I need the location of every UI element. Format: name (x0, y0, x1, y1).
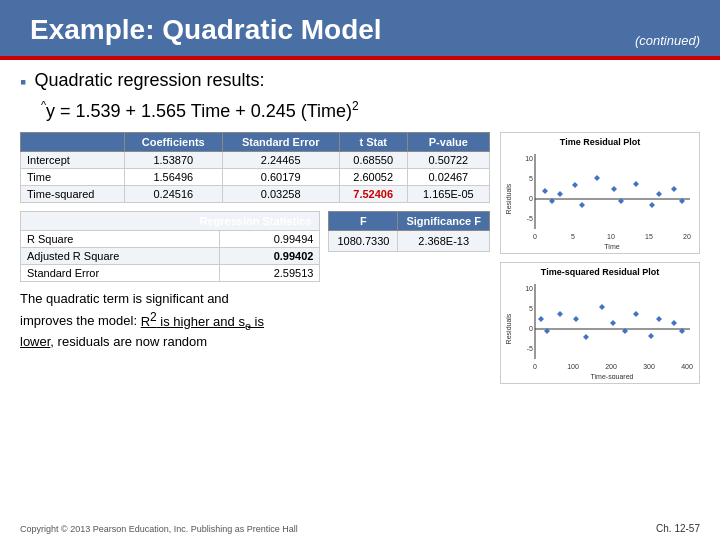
se-intercept: 2.24465 (222, 152, 339, 169)
chart1-point (633, 181, 639, 187)
svg-text:5: 5 (529, 175, 533, 182)
svg-text:Time: Time (604, 243, 619, 249)
coeff-intercept: 1.53870 (124, 152, 222, 169)
chart1-point (671, 186, 677, 192)
regression-table: Coefficients Standard Error t Stat P-val… (20, 132, 490, 203)
chart2-point (633, 311, 639, 317)
se-time: 0.60179 (222, 169, 339, 186)
row-label-intercept: Intercept (21, 152, 125, 169)
chart2-point (583, 334, 589, 340)
chart2-point (573, 316, 579, 322)
pval-timesq: 1.165E-05 (407, 186, 489, 203)
svg-text:5: 5 (529, 305, 533, 312)
svg-text:10: 10 (607, 233, 615, 240)
chart2-point (610, 320, 616, 326)
chart1-point (656, 191, 662, 197)
stats-table: Regression Statistics R Square 0.99494 A… (20, 211, 320, 282)
chart1-title: Time Residual Plot (505, 137, 695, 147)
stat-adjrsquare-val: 0.99402 (220, 248, 320, 265)
table-row: Time-squared 0.24516 0.03258 7.52406 1.1… (21, 186, 490, 203)
chart2-point (538, 316, 544, 322)
chapter-label: Ch. 12-57 (656, 523, 700, 534)
pval-time: 0.02467 (407, 169, 489, 186)
table-row: Adjusted R Square 0.99402 (21, 248, 320, 265)
chart1-svg: 10 5 0 -5 0 5 10 15 20 Residuals Time (505, 149, 693, 249)
svg-text:10: 10 (525, 285, 533, 292)
stat-se-val: 2.59513 (220, 265, 320, 282)
main-content: ▪ Quadratic regression results: ^ y = 1.… (0, 60, 720, 392)
stat-rsquare-label: R Square (21, 231, 220, 248)
chart1-point (572, 182, 578, 188)
table-row: Standard Error 2.59513 (21, 265, 320, 282)
svg-text:400: 400 (681, 363, 693, 370)
chart1-container: Time Residual Plot 10 5 0 -5 0 5 10 15 2… (500, 132, 700, 254)
bottom-text: The quadratic term is significant and im… (20, 290, 490, 351)
f-header: F (329, 212, 398, 231)
chart2-point (599, 304, 605, 310)
svg-text:Residuals: Residuals (505, 313, 512, 344)
coeff-timesq: 0.24516 (124, 186, 222, 203)
svg-text:10: 10 (525, 155, 533, 162)
col-header-tstat: t Stat (339, 133, 407, 152)
row-label-time: Time (21, 169, 125, 186)
chart1-point (611, 186, 617, 192)
svg-text:-5: -5 (527, 345, 533, 352)
chart2-point (656, 316, 662, 322)
svg-text:200: 200 (605, 363, 617, 370)
chart2-point (671, 320, 677, 326)
chart2-svg: 10 5 0 -5 0 100 200 300 400 Residuals Ti… (505, 279, 693, 379)
table-row: Time 1.56496 0.60179 2.60052 0.02467 (21, 169, 490, 186)
y-hat: ^ y (40, 101, 55, 122)
bullet-icon: ▪ (20, 72, 26, 93)
sig-f-value: 2.368E-13 (398, 231, 490, 252)
chart1-point (649, 202, 655, 208)
content-row: Coefficients Standard Error t Stat P-val… (20, 132, 700, 384)
stats-header: Regression Statistics (21, 212, 320, 231)
svg-text:Residuals: Residuals (505, 183, 512, 214)
chart1-point (557, 191, 563, 197)
col-header-se: Standard Error (222, 133, 339, 152)
se-timesq: 0.03258 (222, 186, 339, 203)
chart2-title: Time-squared Residual Plot (505, 267, 695, 277)
row-label-timesq: Time-squared (21, 186, 125, 203)
svg-text:20: 20 (683, 233, 691, 240)
stats-f-row: Regression Statistics R Square 0.99494 A… (20, 211, 490, 282)
chart1-point (542, 188, 548, 194)
y-letter: y (46, 101, 55, 121)
stat-adjrsquare-label: Adjusted R Square (21, 248, 220, 265)
header: Example: Quadratic Model (continued) (0, 0, 720, 56)
col-header-pval: P-value (407, 133, 489, 152)
svg-text:-5: -5 (527, 215, 533, 222)
chart2-container: Time-squared Residual Plot 10 5 0 -5 0 1… (500, 262, 700, 384)
table-row: R Square 0.99494 (21, 231, 320, 248)
chart1-point (579, 202, 585, 208)
stat-se-label: Standard Error (21, 265, 220, 282)
f-value: 1080.7330 (329, 231, 398, 252)
stat-rsquare-val: 0.99494 (220, 231, 320, 248)
svg-text:0: 0 (529, 195, 533, 202)
coeff-time: 1.56496 (124, 169, 222, 186)
svg-text:0: 0 (533, 363, 537, 370)
tstat-timesq: 7.52406 (339, 186, 407, 203)
tstat-intercept: 0.68550 (339, 152, 407, 169)
bullet-text: Quadratic regression results: (34, 70, 264, 91)
equation: ^ y = 1.539 + 1.565 Time + 0.245 (Time)2 (40, 99, 700, 122)
col-header-name (21, 133, 125, 152)
equation-rhs: = 1.539 + 1.565 Time + 0.245 (Time)2 (60, 101, 359, 121)
tables-area: Coefficients Standard Error t Stat P-val… (20, 132, 490, 351)
chart2-point (648, 333, 654, 339)
tstat-time: 2.60052 (339, 169, 407, 186)
svg-text:300: 300 (643, 363, 655, 370)
copyright: Copyright © 2013 Pearson Education, Inc.… (20, 524, 298, 534)
col-header-coeff: Coefficients (124, 133, 222, 152)
significance-f-header: Significance F (398, 212, 490, 231)
svg-text:0: 0 (533, 233, 537, 240)
bullet-section: ▪ Quadratic regression results: (20, 70, 700, 93)
continued-label: (continued) (635, 33, 700, 48)
page-title: Example: Quadratic Model (30, 14, 690, 46)
f-table: F Significance F 1080.7330 2.368E-13 (328, 211, 490, 252)
svg-text:15: 15 (645, 233, 653, 240)
pval-intercept: 0.50722 (407, 152, 489, 169)
stats-header-row: Regression Statistics (21, 212, 320, 231)
svg-text:100: 100 (567, 363, 579, 370)
